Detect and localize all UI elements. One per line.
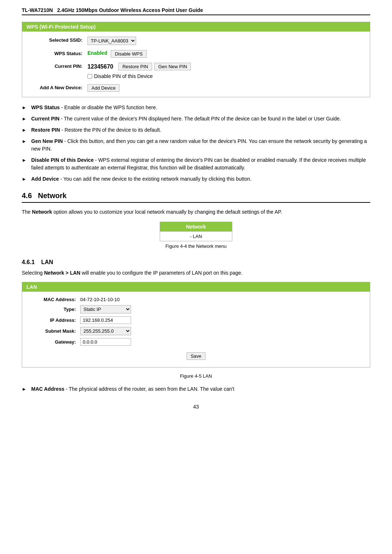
bullet-desc-4: Click this button, and then you can get … bbox=[31, 138, 367, 152]
bullet-sep-1: - bbox=[61, 104, 64, 110]
bullet-desc-3: Restore the PIN of the device to its def… bbox=[65, 127, 161, 133]
bullet-term-mac: MAC Address bbox=[31, 386, 64, 392]
bullet-mac-address: ► MAC Address - The physical address of … bbox=[22, 385, 370, 393]
page-number: 43 bbox=[22, 404, 370, 410]
bullet-term-6: Add Device bbox=[31, 176, 59, 182]
wps-status-value-wrap: Enabled Disable WPS bbox=[87, 50, 147, 58]
wps-status-enabled: Enabled bbox=[87, 50, 107, 56]
section-461-desc: Selecting Network > LAN will enable you … bbox=[22, 269, 370, 277]
bullet-term-1: WPS Status bbox=[31, 104, 60, 110]
bullet-wps-status: ► WPS Status - Enable or disable the WPS… bbox=[22, 104, 370, 111]
section-461-bold: Network > LAN bbox=[44, 270, 80, 276]
bullet-desc-mac: The physical address of the router, as s… bbox=[69, 386, 234, 392]
bullet-add-device: ► Add Device - You can add the new devic… bbox=[22, 175, 370, 183]
lan-save-row: Save bbox=[29, 349, 363, 362]
bullet-gen-new-pin: ► Gen New PIN - Click this button, and t… bbox=[22, 138, 370, 153]
type-row: Type: Static IP bbox=[29, 305, 363, 313]
header-title: 2.4GHz 150Mbps Outdoor Wireless Access P… bbox=[57, 7, 203, 13]
wps-status-label: WPS Status: bbox=[29, 50, 87, 56]
section-46-desc: The Network option allows you to customi… bbox=[22, 208, 370, 216]
subnet-value-wrap: 255.255.255.0 bbox=[80, 327, 131, 335]
bullet-sep-3: - bbox=[61, 127, 65, 133]
ssid-select[interactable]: TP-LINK_AA8003 bbox=[87, 37, 136, 45]
wps-status-row: WPS Status: Enabled Disable WPS bbox=[29, 50, 363, 58]
bullet-arrow-5: ► bbox=[22, 157, 28, 164]
current-pin-row: Current PIN: 12345670 Restore PIN Gen Ne… bbox=[29, 63, 363, 79]
bullet-arrow-1: ► bbox=[22, 104, 28, 111]
mac-address-row: MAC Address: 04-72-10-21-10-10 bbox=[29, 297, 363, 302]
gateway-value-wrap bbox=[80, 338, 131, 346]
bullet-sep-4: - bbox=[64, 138, 68, 144]
subnet-label: Subnet Mask: bbox=[29, 328, 80, 334]
gateway-input[interactable] bbox=[80, 338, 131, 346]
ip-input[interactable] bbox=[80, 316, 131, 324]
bullet-disable-pin: ► Disable PIN of this Device - WPS exter… bbox=[22, 156, 370, 172]
bullet-current-pin: ► Current PIN - The current value of the… bbox=[22, 115, 370, 123]
section-461-title: LAN bbox=[41, 259, 53, 265]
network-menu-header: Network bbox=[160, 222, 232, 231]
wps-bullet-list: ► WPS Status - Enable or disable the WPS… bbox=[22, 104, 370, 183]
bullet-term-2: Current PIN bbox=[31, 116, 60, 122]
gen-new-pin-button[interactable]: Gen New PIN bbox=[154, 63, 191, 70]
lan-box-header: LAN bbox=[22, 282, 370, 292]
type-label: Type: bbox=[29, 307, 80, 312]
bullet-arrow-2: ► bbox=[22, 115, 28, 123]
wps-box-header: WPS (Wi-Fi Protected Setup) bbox=[22, 22, 370, 32]
ip-value-wrap bbox=[80, 316, 131, 324]
header-model: TL-WA7210N bbox=[22, 7, 53, 13]
current-pin-label: Current PIN: bbox=[29, 63, 87, 69]
restore-pin-button[interactable]: Restore PIN bbox=[118, 63, 152, 70]
bullet-restore-pin: ► Restore PIN - Restore the PIN of the d… bbox=[22, 126, 370, 134]
bullet-term-5: Disable PIN of this Device bbox=[31, 157, 94, 163]
add-device-row: Add A New Device: Add Device bbox=[29, 84, 363, 92]
disable-wps-button[interactable]: Disable WPS bbox=[111, 50, 147, 58]
ssid-value-wrap: TP-LINK_AA8003 bbox=[87, 37, 136, 45]
section-46-title: Network bbox=[38, 192, 67, 200]
section-46-number: 4.6 bbox=[22, 192, 32, 200]
add-device-label: Add A New Device: bbox=[29, 84, 87, 90]
last-bullet-list: ► MAC Address - The physical address of … bbox=[22, 385, 370, 393]
current-pin-value: 12345670 bbox=[87, 63, 113, 70]
subnet-row: Subnet Mask: 255.255.255.0 bbox=[29, 327, 363, 335]
bullet-arrow-3: ► bbox=[22, 127, 28, 134]
add-device-button[interactable]: Add Device bbox=[87, 84, 119, 92]
mac-value: 04-72-10-21-10-10 bbox=[80, 297, 119, 302]
bullet-desc-1: Enable or disable the WPS function here. bbox=[64, 104, 157, 110]
section-46-heading: 4.6 Network bbox=[22, 192, 370, 203]
type-value-wrap: Static IP bbox=[80, 305, 131, 313]
current-pin-value-wrap: 12345670 Restore PIN Gen New PIN Disable… bbox=[87, 63, 191, 79]
ip-address-row: IP Address: bbox=[29, 316, 363, 324]
network-menu-box: Network - LAN bbox=[160, 222, 232, 241]
add-device-value-wrap: Add Device bbox=[87, 84, 119, 92]
bullet-desc-6: You can add the new device to the existi… bbox=[63, 176, 252, 182]
bullet-term-4: Gen New PIN bbox=[31, 138, 63, 144]
gateway-row: Gateway: bbox=[29, 338, 363, 346]
page-header: TL-WA7210N 2.4GHz 150Mbps Outdoor Wirele… bbox=[22, 7, 370, 15]
lan-figure-caption: Figure 4-5 LAN bbox=[22, 373, 370, 379]
bullet-desc-2: The current value of the device's PIN di… bbox=[64, 116, 341, 122]
section-46-bold: Network bbox=[32, 209, 52, 215]
bullet-term-3: Restore PIN bbox=[31, 127, 60, 133]
wps-box-body: Selected SSID: TP-LINK_AA8003 WPS Status… bbox=[22, 32, 370, 97]
disable-pin-checkbox[interactable] bbox=[87, 74, 92, 79]
network-menu-figure: Network - LAN Figure 4-4 the Network men… bbox=[22, 222, 370, 255]
gateway-label: Gateway: bbox=[29, 339, 80, 345]
section-461-number: 4.6.1 bbox=[22, 259, 35, 265]
lan-section-box: LAN MAC Address: 04-72-10-21-10-10 Type:… bbox=[22, 282, 370, 368]
type-select[interactable]: Static IP bbox=[80, 305, 131, 313]
bullet-arrow-mac: ► bbox=[22, 386, 28, 393]
ssid-label: Selected SSID: bbox=[29, 37, 87, 43]
bullet-arrow-4: ► bbox=[22, 138, 28, 145]
ip-label: IP Address: bbox=[29, 317, 80, 323]
bullet-arrow-6: ► bbox=[22, 176, 28, 183]
ssid-row: Selected SSID: TP-LINK_AA8003 bbox=[29, 37, 363, 45]
lan-save-button[interactable]: Save bbox=[187, 352, 205, 360]
disable-pin-row: Disable PIN of this Device bbox=[87, 73, 153, 79]
network-menu-lan-item: - LAN bbox=[160, 231, 232, 241]
subnet-select[interactable]: 255.255.255.0 bbox=[80, 327, 131, 335]
lan-box-body: MAC Address: 04-72-10-21-10-10 Type: Sta… bbox=[22, 292, 370, 367]
network-menu-caption: Figure 4-4 the Network menu bbox=[166, 243, 226, 249]
bullet-sep-2: - bbox=[61, 116, 64, 122]
wps-section-box: WPS (Wi-Fi Protected Setup) Selected SSI… bbox=[22, 22, 370, 97]
disable-pin-label: Disable PIN of this Device bbox=[94, 73, 153, 79]
